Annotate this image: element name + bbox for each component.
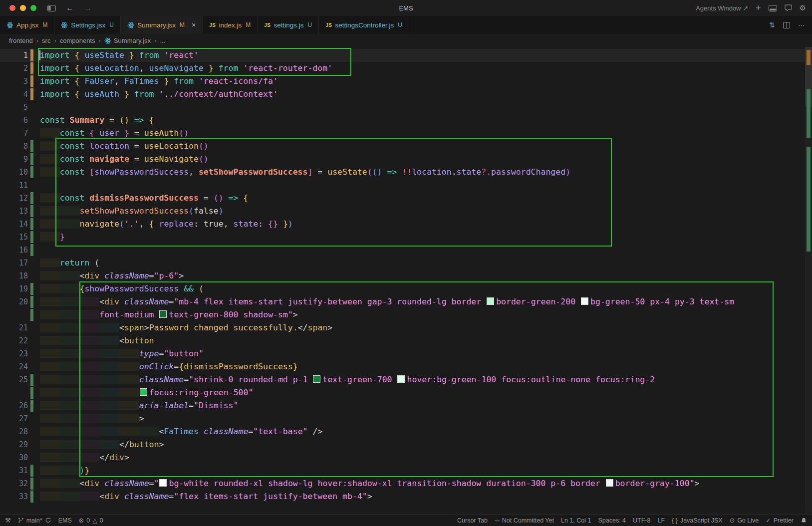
code-line[interactable]: 3import { FaUser, FaTimes } from 'react-… <box>0 75 805 88</box>
code-line[interactable]: 14 navigate('.', { replace: true, state:… <box>0 218 805 231</box>
eol-status[interactable]: LF <box>657 517 665 524</box>
code-text: font-medium text-green-800 shadow-sm"> <box>40 308 298 321</box>
code-line[interactable]: 11 <box>0 179 805 192</box>
code-text: <button <box>40 334 154 347</box>
breadcrumb-item[interactable]: src <box>42 37 50 44</box>
code-line[interactable]: 2import { useLocation, useNavigate } fro… <box>0 62 805 75</box>
code-line[interactable]: 12 const dismissPasswordSuccess = () => … <box>0 192 805 205</box>
code-line[interactable]: 24 onClick={dismissPasswordSuccess} <box>0 360 805 373</box>
code-line[interactable]: focus:ring-green-500" <box>0 386 805 399</box>
react-file-icon <box>127 22 134 28</box>
agents-window-link[interactable]: Agents Window ↗ <box>696 4 748 12</box>
git-branch-status[interactable]: main* <box>18 517 51 524</box>
encoding-status[interactable]: UTF-8 <box>633 517 650 524</box>
language-mode[interactable]: { }JavaScript JSX <box>672 517 723 524</box>
close-window-button[interactable] <box>9 5 15 11</box>
tab-label: Summary.jsx <box>137 21 176 29</box>
code-line[interactable]: 6const Summary = () => { <box>0 114 805 127</box>
code-text: </button> <box>40 438 164 451</box>
tab-index.js[interactable]: JSindex.jsM <box>203 16 258 34</box>
tab-close-icon[interactable]: × <box>192 21 196 29</box>
remote-tools-icon[interactable]: ⚒ <box>5 517 11 524</box>
breadcrumb-item[interactable]: components <box>60 37 95 44</box>
indentation-status[interactable]: Spaces: 4 <box>598 517 626 524</box>
code-text: const navigate = useNavigate() <box>40 153 209 166</box>
line-number: 22 <box>0 334 28 347</box>
line-number: 17 <box>0 257 28 269</box>
code-text: aria-label="Dismiss" <box>40 399 238 412</box>
code-line[interactable]: 13 setShowPasswordSuccess(false) <box>0 205 805 218</box>
open-changes-icon[interactable]: ⇅ <box>769 21 775 29</box>
code-line[interactable]: 4import { useAuth } from '../context/aut… <box>0 88 805 101</box>
code-line[interactable]: 5 <box>0 101 805 114</box>
code-text: const { user } = useAuth() <box>40 127 189 140</box>
code-text: navigate('.', { replace: true, state: {}… <box>40 218 293 231</box>
cursor-tab-status[interactable]: Cursor Tab <box>457 517 488 524</box>
chat-icon[interactable] <box>785 4 792 11</box>
code-line[interactable]: 8 const location = useLocation() <box>0 140 805 153</box>
git-added-marker <box>30 491 33 503</box>
tab-settingsController.js[interactable]: JSsettingsController.jsU <box>319 16 409 34</box>
line-number: 23 <box>0 347 28 360</box>
code-line[interactable]: 31 )} <box>0 464 805 477</box>
maximize-window-button[interactable] <box>30 5 36 11</box>
breadcrumb-item[interactable]: Summary.jsx <box>104 37 151 44</box>
code-line[interactable]: 1import { useState } from 'react' <box>0 49 805 62</box>
split-editor-icon[interactable] <box>783 22 790 28</box>
tab-Summary.jsx[interactable]: Summary.jsxM× <box>121 16 203 34</box>
code-line[interactable]: 23 type="button" <box>0 347 805 360</box>
line-number: 7 <box>0 127 28 140</box>
breadcrumb-item[interactable]: ... <box>160 37 165 44</box>
go-live-button[interactable]: ⊙Go Live <box>730 517 759 524</box>
code-line[interactable]: 28 <FaTimes className="text-base" /> <box>0 425 805 438</box>
tab-App.jsx[interactable]: App.jsxM <box>0 16 54 34</box>
forward-icon[interactable]: → <box>84 3 92 12</box>
overview-ruler-scrollbar[interactable] <box>805 47 812 514</box>
tab-settings.js[interactable]: JSsettings.jsU <box>258 16 319 34</box>
code-line[interactable]: 20 <div className="mb-4 flex items-start… <box>0 295 805 308</box>
prettier-status[interactable]: ✓Prettier <box>766 517 794 524</box>
toggle-panel-icon[interactable] <box>769 5 777 11</box>
code-line[interactable]: 33 <div className="flex items-start just… <box>0 490 805 503</box>
more-actions-icon[interactable]: ⋯ <box>798 21 805 29</box>
breadcrumb-separator: › <box>99 37 101 44</box>
line-number: 15 <box>0 231 28 244</box>
code-text: type="button" <box>40 347 204 360</box>
code-line[interactable]: 7 const { user } = useAuth() <box>0 127 805 140</box>
status-bar: ⚒ main* EMS ⊗0 △0 Cursor Tab -◦-Not Comm… <box>0 514 812 526</box>
code-line[interactable]: 26 aria-label="Dismiss" <box>0 399 805 412</box>
code-editor[interactable]: 1import { useState } from 'react'2import… <box>0 47 812 514</box>
toggle-sidebar-icon[interactable] <box>47 5 56 11</box>
code-line[interactable]: 10 const [showPasswordSuccess, setShowPa… <box>0 166 805 179</box>
line-number: 4 <box>0 88 28 101</box>
back-icon[interactable]: ← <box>66 3 74 12</box>
cursor-position[interactable]: Ln 1, Col 1 <box>561 517 591 524</box>
code-line[interactable]: 32 <div className="bg-white rounded-xl s… <box>0 477 805 490</box>
code-text: import { FaUser, FaTimes } from 'react-i… <box>40 75 278 88</box>
code-line[interactable]: 29 </button> <box>0 438 805 451</box>
code-line[interactable]: 25 className="shrink-0 rounded-md p-1 te… <box>0 373 805 386</box>
new-tab-icon[interactable]: + <box>756 3 761 12</box>
project-name[interactable]: EMS <box>58 517 72 524</box>
code-line[interactable]: 22 <button <box>0 334 805 347</box>
git-added-marker <box>30 283 33 295</box>
settings-gear-icon[interactable]: ⚙ <box>800 3 806 12</box>
tailwind-color-swatch <box>581 297 588 305</box>
title-bar: ← → EMS Agents Window ↗ + ⚙ <box>0 0 812 16</box>
notifications-bell-icon[interactable] <box>801 517 807 524</box>
code-line[interactable]: 27 > <box>0 412 805 425</box>
code-line[interactable]: 18 <div className="p-6"> <box>0 269 805 282</box>
problems-status[interactable]: ⊗0 △0 <box>79 517 103 524</box>
code-line[interactable]: 21 <span>Password changed successfully.<… <box>0 321 805 334</box>
code-line[interactable]: 30 </div> <box>0 451 805 464</box>
breadcrumb-item[interactable]: frontend <box>9 37 33 44</box>
code-line[interactable]: 19 {showPasswordSuccess && ( <box>0 282 805 295</box>
code-line[interactable]: font-medium text-green-800 shadow-sm"> <box>0 308 805 321</box>
code-line[interactable]: 16 <box>0 244 805 257</box>
code-line[interactable]: 17 return ( <box>0 257 805 269</box>
commit-status[interactable]: -◦-Not Committed Yet <box>495 517 554 524</box>
minimize-window-button[interactable] <box>20 5 26 11</box>
code-line[interactable]: 9 const navigate = useNavigate() <box>0 153 805 166</box>
tab-Settings.jsx[interactable]: Settings.jsxU <box>54 16 121 34</box>
code-line[interactable]: 15 } <box>0 231 805 244</box>
